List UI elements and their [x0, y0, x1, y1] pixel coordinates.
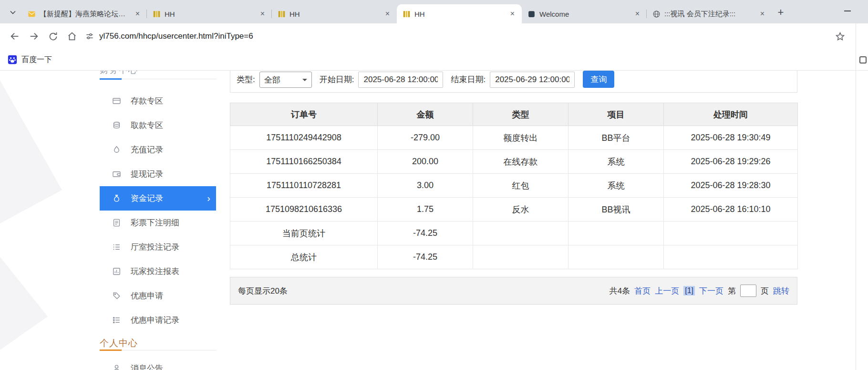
- tab-title: HH: [414, 10, 504, 18]
- sidebar-item-promo-apply-records[interactable]: 优惠申请记录: [100, 308, 216, 332]
- first-page-link[interactable]: 首页: [634, 285, 651, 296]
- sidebar-section-finance: 财务中心: [100, 71, 216, 79]
- cell-amount: -74.25: [378, 245, 473, 269]
- sidebar-item-lottery-bet-details[interactable]: 彩票下注明细: [100, 211, 216, 235]
- col-amount: 金额: [378, 103, 473, 126]
- start-date-input[interactable]: [358, 72, 443, 88]
- cell-label: 总统计: [230, 245, 378, 269]
- table-row-grand-total: 总统计 -74.25: [230, 245, 798, 269]
- baidu-icon: [8, 55, 17, 64]
- tab-1[interactable]: 【新提醒】海燕策略论坛… ×: [22, 4, 147, 23]
- filter-bar: 类型: 全部 开始日期: 结束日期: 查询: [230, 71, 797, 93]
- close-icon[interactable]: ×: [258, 10, 267, 19]
- forward-button[interactable]: [25, 27, 43, 45]
- current-page-number[interactable]: [1]: [683, 286, 695, 296]
- end-date-input[interactable]: [490, 72, 575, 88]
- cell-amount: -279.00: [378, 126, 473, 150]
- url-text[interactable]: yl756.com/hhcp/usercenter.html?iniType=6: [99, 32, 253, 41]
- sidebar-item-withdrawal-records[interactable]: 提现记录: [100, 162, 216, 186]
- sidebar-item-label: 充值记录: [131, 144, 163, 155]
- per-page-text: 每页显示20条: [238, 285, 288, 296]
- sidebar-section-personal: 个人中心: [100, 333, 216, 350]
- col-project: 项目: [568, 103, 664, 126]
- forward-icon: [29, 31, 39, 42]
- sidebar-item-label: 存款专区: [131, 95, 163, 106]
- chevron-right-icon: ›: [207, 193, 210, 204]
- tab-5[interactable]: Welcome ×: [522, 4, 647, 23]
- total-count-text: 共4条: [610, 285, 630, 296]
- sidebar-item-label: 取款专区: [131, 120, 163, 131]
- minimize-button[interactable]: [844, 11, 851, 11]
- moneybag-icon: [112, 194, 121, 203]
- close-icon[interactable]: ×: [383, 10, 392, 19]
- sidebar-item-deposit-zone[interactable]: 存款专区: [100, 89, 216, 113]
- tab-title: HH: [165, 10, 254, 18]
- window-edge-divider: [856, 23, 856, 370]
- col-order-id: 订单号: [230, 103, 378, 126]
- star-icon: [835, 32, 845, 42]
- site-dark-icon: [527, 10, 536, 18]
- bookmark-star-button[interactable]: [831, 27, 849, 45]
- col-process-time: 处理时间: [664, 103, 798, 126]
- cell-amount: 1.75: [378, 198, 473, 222]
- table-row: 1751110110728281 3.00 红包 系统 2025-06-28 1…: [230, 174, 798, 198]
- sidebar-item-label: 厅室投注记录: [131, 242, 179, 253]
- cell-type: 反水: [473, 198, 568, 222]
- start-date-label: 开始日期:: [320, 72, 354, 88]
- bookmark-item[interactable]: 百度一下: [21, 55, 52, 65]
- back-icon: [10, 31, 20, 42]
- new-tab-button[interactable]: +: [774, 5, 788, 20]
- close-icon[interactable]: ×: [133, 10, 142, 19]
- tab-2[interactable]: HH ×: [147, 4, 272, 23]
- cell-project: BB视讯: [568, 198, 664, 222]
- reload-button[interactable]: [44, 27, 62, 45]
- section-title: 财务中心: [100, 71, 216, 76]
- table-row: 1751098210616336 1.75 反水 BB视讯 2025-06-28…: [230, 198, 798, 222]
- sidebar-item-promo-apply[interactable]: 优惠申请: [100, 284, 216, 308]
- tab-title: 【新提醒】海燕策略论坛…: [40, 10, 129, 19]
- home-button[interactable]: [63, 27, 81, 45]
- address-bar[interactable]: yl756.com/hhcp/usercenter.html?iniType=6: [85, 32, 830, 41]
- tab-4-active[interactable]: HH ×: [397, 4, 522, 23]
- hh-gold-icon: [403, 10, 411, 18]
- tab-search-button[interactable]: [6, 5, 20, 20]
- sidebar-item-label: 优惠申请记录: [131, 315, 179, 326]
- prev-page-link[interactable]: 上一页: [655, 285, 679, 296]
- close-icon[interactable]: ×: [633, 10, 642, 19]
- cell-type: 在线存款: [473, 150, 568, 174]
- report-icon: [112, 267, 121, 276]
- globe-icon: [652, 10, 661, 18]
- list-icon: [112, 316, 121, 325]
- cell-project: BB平台: [568, 126, 664, 150]
- navigation-bar: yl756.com/hhcp/usercenter.html?iniType=6: [0, 23, 868, 49]
- ticket-icon: [112, 291, 121, 300]
- hh-gold-icon: [153, 10, 161, 18]
- cell-project: 系统: [568, 174, 664, 198]
- sidebar-item-player-bet-report[interactable]: 玩家投注报表: [100, 259, 216, 284]
- tab-6[interactable]: :::视讯 会员下注纪录::: ×: [647, 4, 772, 23]
- close-icon[interactable]: ×: [508, 10, 517, 19]
- page-content: 财务中心 存款专区 取款专区 充值记录 提现记录 资金记录: [0, 71, 856, 370]
- cell-type: 红包: [473, 174, 568, 198]
- reload-icon: [48, 32, 58, 42]
- cell-time: 2025-06-28 19:30:49: [664, 126, 798, 150]
- sidebar-item-label: 提现记录: [131, 169, 163, 180]
- close-icon[interactable]: ×: [758, 10, 767, 19]
- search-button[interactable]: 查询: [583, 71, 614, 88]
- sidebar-item-recharge-records[interactable]: 充值记录: [100, 137, 216, 162]
- back-button[interactable]: [6, 27, 24, 45]
- next-page-link[interactable]: 下一页: [699, 285, 723, 296]
- page-jump-input[interactable]: [740, 285, 756, 297]
- tab-3[interactable]: HH ×: [272, 4, 397, 23]
- background-triangles-decoration: [0, 71, 95, 370]
- side-panel-icon[interactable]: [859, 56, 867, 63]
- sidebar-item-messages[interactable]: 消息公告: [100, 356, 216, 370]
- sidebar-item-funds-records[interactable]: 资金记录 ›: [100, 186, 216, 211]
- table-row: 1751110166250384 200.00 在线存款 系统 2025-06-…: [230, 150, 798, 174]
- jump-link[interactable]: 跳转: [773, 285, 789, 296]
- type-select[interactable]: 全部: [259, 72, 312, 88]
- sidebar-item-withdraw-zone[interactable]: 取款专区: [100, 113, 216, 137]
- sidebar-item-room-bet-records[interactable]: 厅室投注记录: [100, 235, 216, 259]
- tab-title: HH: [289, 10, 379, 18]
- type-select-value: 全部: [264, 74, 280, 85]
